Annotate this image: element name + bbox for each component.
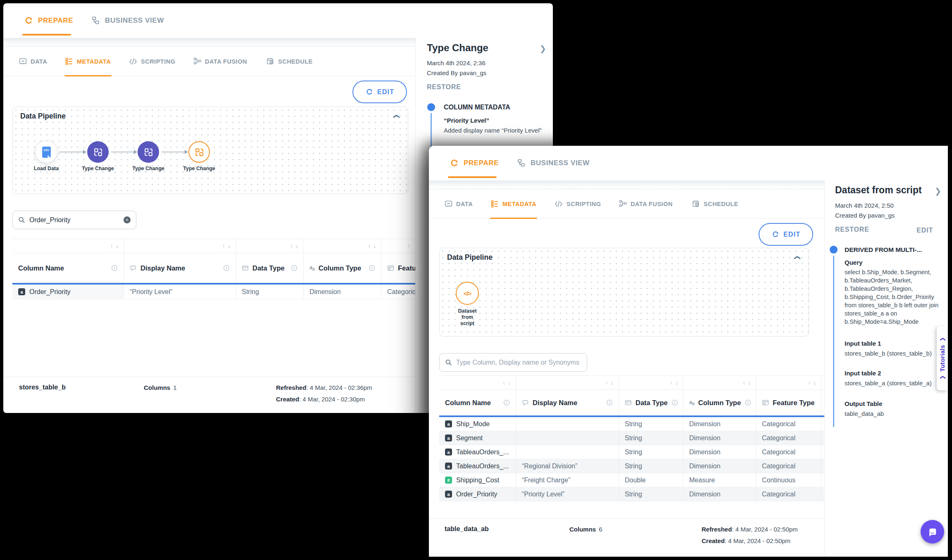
table-row-tableauorders-region[interactable]: aTableauOrders_... “Regional Division” S…: [439, 459, 824, 473]
sort-desc-icon[interactable]: ↓: [611, 380, 614, 386]
sort-desc-icon[interactable]: ↓: [676, 380, 678, 386]
table-row-order-priority[interactable]: aOrder_Priority “Priority Level” String …: [12, 285, 415, 299]
string-type-badge: a: [445, 463, 452, 470]
info-icon[interactable]: [111, 265, 118, 271]
sort-desc-icon[interactable]: ↓: [748, 380, 751, 386]
tab-business-view-label: BUSINESS VIEW: [105, 17, 164, 25]
info-icon[interactable]: [745, 399, 751, 406]
info-icon[interactable]: [291, 265, 298, 271]
schedule-icon: [692, 200, 700, 208]
pipeline-node-label[interactable]: Type Change: [130, 166, 167, 172]
column-search-input[interactable]: [456, 359, 581, 366]
chevron-right-icon[interactable]: ❯: [540, 44, 546, 53]
chevron-right-icon[interactable]: ❯: [935, 186, 941, 195]
pipeline-node-type-change-3-selected[interactable]: [188, 141, 210, 163]
subtab-scripting[interactable]: SCRIPTING: [129, 47, 175, 76]
pipeline-node-type-change-1[interactable]: [87, 141, 109, 163]
info-icon[interactable]: [223, 265, 230, 271]
pipeline-node-label[interactable]: Dataset from script: [454, 308, 481, 327]
header-data-type[interactable]: Data Type: [236, 253, 304, 283]
header-column-type[interactable]: a# Column Type: [304, 253, 381, 283]
tab-prepare[interactable]: PREPARE: [450, 146, 499, 180]
clear-search-icon[interactable]: ×: [124, 216, 131, 223]
sort-asc-icon[interactable]: ↑: [110, 243, 113, 249]
sort-desc-icon[interactable]: ↓: [814, 380, 816, 386]
column-search-input[interactable]: [29, 216, 119, 224]
pipeline-collapse-button[interactable]: ❯: [391, 112, 400, 121]
sort-desc-icon[interactable]: ↓: [116, 243, 119, 249]
edit-button[interactable]: EDIT: [759, 223, 813, 246]
sort-asc-icon[interactable]: ↑: [605, 380, 608, 386]
footer-refreshed: Refreshed: 4 Mar, 2024 - 02:36pm: [276, 384, 372, 391]
panel-edit-button[interactable]: EDIT: [916, 227, 933, 234]
info-icon[interactable]: [369, 265, 375, 271]
subtab-schedule[interactable]: SCHEDULE: [692, 190, 738, 218]
pipeline-node-label[interactable]: Type Change: [79, 166, 117, 172]
edit-button[interactable]: EDIT: [352, 81, 407, 103]
header-column-type[interactable]: a# Column Type: [683, 390, 756, 415]
info-icon[interactable]: [606, 399, 613, 406]
sort-asc-icon[interactable]: ↑: [808, 380, 811, 386]
header-display-name[interactable]: Display Name: [516, 390, 619, 415]
data-type-icon: [242, 265, 249, 272]
tab-business-view[interactable]: BUSINESS VIEW: [91, 3, 164, 38]
pipeline-node-label[interactable]: Load Data: [28, 166, 65, 172]
header-feature-type[interactable]: a Feature Type: [756, 390, 821, 415]
table-row-order-priority[interactable]: aOrder_Priority “Priority Level” String …: [439, 487, 824, 501]
subtab-data[interactable]: DATA: [445, 190, 473, 218]
restore-button[interactable]: RESTORE: [835, 226, 869, 233]
data-type-icon: [625, 399, 632, 406]
metadata-table: ↑↓ ↑↓ ↑↓ ↑↓ ↑ Column Name Display Name: [12, 239, 415, 299]
tab-prepare[interactable]: PREPARE: [24, 3, 73, 38]
string-type-badge: a: [445, 448, 452, 456]
subtab-data-fusion[interactable]: DATA FUSION: [619, 190, 673, 218]
column-type-icon: a#: [309, 264, 315, 272]
pipeline-node-label[interactable]: Type Change: [181, 166, 218, 172]
pipeline-node-type-change-2[interactable]: [138, 141, 159, 163]
pipeline-collapse-button[interactable]: ❯: [792, 253, 801, 262]
subtab-scripting-label: SCRIPTING: [566, 201, 601, 207]
chat-support-button[interactable]: [921, 520, 944, 543]
pipeline-node-load-data[interactable]: CSV: [36, 141, 57, 163]
sort-asc-icon[interactable]: ↑: [743, 380, 745, 386]
restore-button[interactable]: RESTORE: [427, 83, 461, 91]
info-icon[interactable]: [503, 399, 510, 406]
sort-desc-icon[interactable]: ↓: [508, 380, 511, 386]
pipeline-node-dataset-from-script[interactable]: </>: [456, 282, 479, 305]
header-feature-type[interactable]: a Feature Type: [381, 253, 415, 283]
sort-asc-icon[interactable]: ↑: [290, 243, 293, 249]
feature-type-icon: a: [762, 399, 769, 406]
table-row-tableauorders-market[interactable]: aTableauOrders_... String Dimension Cate…: [439, 445, 824, 459]
subtab-data[interactable]: DATA: [19, 47, 47, 76]
table-row-shipping-cost[interactable]: #Shipping_Cost “Freight Charge” Double M…: [439, 473, 824, 487]
subtab-metadata[interactable]: METADATA: [491, 190, 536, 218]
string-type-badge: a: [445, 420, 452, 427]
subtab-data-fusion[interactable]: DATA FUSION: [193, 47, 247, 76]
sort-desc-icon[interactable]: ↓: [296, 243, 299, 249]
pipeline-title: Data Pipeline: [447, 253, 493, 262]
sort-asc-icon[interactable]: ↑: [670, 380, 673, 386]
subtab-scripting[interactable]: SCRIPTING: [555, 190, 601, 218]
table-row-segment[interactable]: aSegment String Dimension Categorical: [439, 431, 824, 445]
event-detail: Added display name “Priority Level”: [444, 127, 548, 134]
cell-column-name: Order_Priority: [29, 288, 71, 296]
tutorials-tab[interactable]: ❯ Tutorials ❯: [937, 326, 948, 390]
sort-desc-icon[interactable]: ↓: [374, 243, 376, 249]
header-column-name[interactable]: Column Name: [12, 253, 124, 283]
sort-desc-icon[interactable]: ↓: [228, 243, 231, 249]
input-table-1-value: stores_table_b (stores_table_b): [845, 350, 932, 357]
sort-asc-icon[interactable]: ↑: [502, 380, 505, 386]
sort-asc-icon[interactable]: ↑: [408, 243, 411, 249]
sort-asc-icon[interactable]: ↑: [368, 243, 371, 249]
subtab-schedule[interactable]: SCHEDULE: [267, 47, 313, 76]
subtab-metadata[interactable]: METADATA: [65, 47, 111, 76]
header-column-name[interactable]: Column Name: [439, 390, 516, 415]
header-data-type[interactable]: Data Type: [619, 390, 683, 415]
header-display-name[interactable]: Display Name: [124, 253, 236, 283]
table-sort-row: ↑↓ ↑↓ ↑↓ ↑↓ ↑↓: [439, 376, 824, 390]
sort-asc-icon[interactable]: ↑: [222, 243, 225, 249]
table-row-ship-mode[interactable]: aShip_Mode String Dimension Categorical: [439, 417, 824, 431]
info-icon[interactable]: [671, 399, 678, 406]
active-tab-underline: [22, 34, 71, 36]
tab-business-view[interactable]: BUSINESS VIEW: [516, 146, 590, 180]
